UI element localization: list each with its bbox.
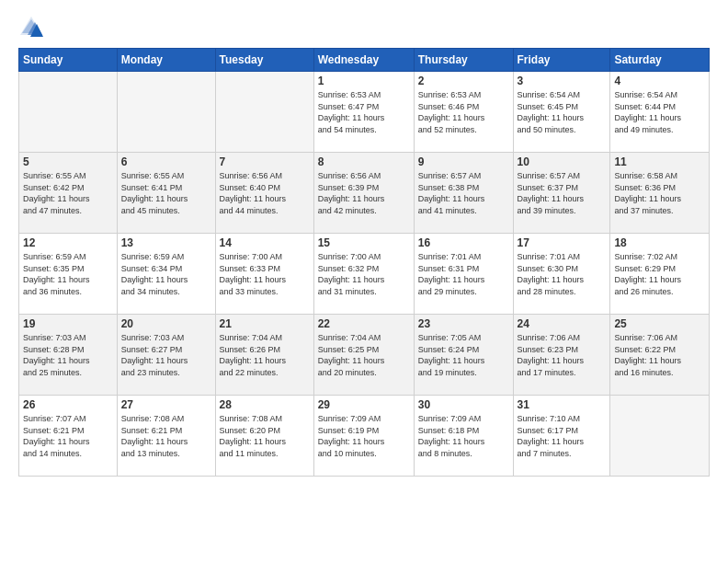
day-info: Sunrise: 6:59 AM Sunset: 6:35 PM Dayligh…: [23, 251, 113, 297]
calendar-day-cell: 19Sunrise: 7:03 AM Sunset: 6:28 PM Dayli…: [19, 315, 118, 396]
day-info: Sunrise: 7:06 AM Sunset: 6:23 PM Dayligh…: [518, 332, 607, 378]
calendar-day-cell: 21Sunrise: 7:04 AM Sunset: 6:26 PM Dayli…: [215, 315, 313, 396]
weekday-header-row: SundayMondayTuesdayWednesdayThursdayFrid…: [19, 49, 710, 72]
day-info: Sunrise: 7:09 AM Sunset: 6:18 PM Dayligh…: [418, 413, 509, 459]
calendar-day-cell: 4Sunrise: 6:54 AM Sunset: 6:44 PM Daylig…: [610, 72, 710, 153]
day-number: 18: [614, 236, 705, 249]
page: SundayMondayTuesdayWednesdayThursdayFrid…: [0, 0, 728, 563]
calendar-week-row: 1Sunrise: 6:53 AM Sunset: 6:47 PM Daylig…: [19, 72, 710, 153]
calendar-day-cell: 28Sunrise: 7:08 AM Sunset: 6:20 PM Dayli…: [215, 396, 313, 477]
calendar-day-cell: 1Sunrise: 6:53 AM Sunset: 6:47 PM Daylig…: [313, 72, 414, 153]
day-info: Sunrise: 6:55 AM Sunset: 6:41 PM Dayligh…: [121, 170, 211, 216]
day-number: 6: [121, 155, 211, 168]
calendar: SundayMondayTuesdayWednesdayThursdayFrid…: [18, 48, 710, 477]
day-number: 3: [518, 75, 607, 87]
calendar-week-row: 26Sunrise: 7:07 AM Sunset: 6:21 PM Dayli…: [19, 396, 710, 477]
calendar-day-cell: 30Sunrise: 7:09 AM Sunset: 6:18 PM Dayli…: [414, 396, 513, 477]
day-info: Sunrise: 7:08 AM Sunset: 6:21 PM Dayligh…: [121, 413, 211, 459]
day-info: Sunrise: 7:00 AM Sunset: 6:32 PM Dayligh…: [318, 251, 410, 297]
day-info: Sunrise: 7:05 AM Sunset: 6:24 PM Dayligh…: [418, 332, 509, 378]
day-number: 23: [418, 317, 509, 330]
day-number: 2: [418, 75, 509, 87]
day-number: 11: [614, 155, 705, 168]
weekday-header: Thursday: [414, 49, 513, 72]
day-number: 22: [318, 317, 410, 330]
day-number: 28: [220, 398, 310, 411]
calendar-day-cell: 12Sunrise: 6:59 AM Sunset: 6:35 PM Dayli…: [19, 234, 118, 315]
day-info: Sunrise: 6:53 AM Sunset: 6:47 PM Dayligh…: [318, 89, 410, 135]
calendar-day-cell: 29Sunrise: 7:09 AM Sunset: 6:19 PM Dayli…: [313, 396, 414, 477]
day-number: 31: [518, 398, 607, 411]
calendar-day-cell: [610, 396, 710, 477]
day-info: Sunrise: 6:59 AM Sunset: 6:34 PM Dayligh…: [121, 251, 211, 297]
calendar-day-cell: 27Sunrise: 7:08 AM Sunset: 6:21 PM Dayli…: [117, 396, 215, 477]
day-info: Sunrise: 7:06 AM Sunset: 6:22 PM Dayligh…: [614, 332, 705, 378]
day-info: Sunrise: 7:10 AM Sunset: 6:17 PM Dayligh…: [518, 413, 607, 459]
calendar-day-cell: 20Sunrise: 7:03 AM Sunset: 6:27 PM Dayli…: [117, 315, 215, 396]
day-number: 9: [418, 155, 509, 168]
day-number: 27: [121, 398, 211, 411]
day-number: 30: [418, 398, 509, 411]
day-number: 4: [614, 75, 705, 87]
day-info: Sunrise: 7:04 AM Sunset: 6:26 PM Dayligh…: [220, 332, 310, 378]
day-info: Sunrise: 6:54 AM Sunset: 6:45 PM Dayligh…: [518, 89, 607, 135]
day-info: Sunrise: 6:54 AM Sunset: 6:44 PM Dayligh…: [614, 89, 705, 135]
day-info: Sunrise: 6:58 AM Sunset: 6:36 PM Dayligh…: [614, 170, 705, 216]
calendar-week-row: 12Sunrise: 6:59 AM Sunset: 6:35 PM Dayli…: [19, 234, 710, 315]
day-number: 5: [23, 155, 113, 168]
day-info: Sunrise: 7:08 AM Sunset: 6:20 PM Dayligh…: [220, 413, 310, 459]
day-number: 7: [220, 155, 310, 168]
calendar-week-row: 19Sunrise: 7:03 AM Sunset: 6:28 PM Dayli…: [19, 315, 710, 396]
calendar-day-cell: 11Sunrise: 6:58 AM Sunset: 6:36 PM Dayli…: [610, 153, 710, 234]
day-number: 8: [318, 155, 410, 168]
header: [18, 15, 710, 40]
calendar-day-cell: 17Sunrise: 7:01 AM Sunset: 6:30 PM Dayli…: [513, 234, 610, 315]
day-info: Sunrise: 7:03 AM Sunset: 6:27 PM Dayligh…: [121, 332, 211, 378]
day-info: Sunrise: 6:57 AM Sunset: 6:37 PM Dayligh…: [518, 170, 607, 216]
day-number: 1: [318, 75, 410, 87]
weekday-header: Sunday: [19, 49, 118, 72]
day-number: 17: [518, 236, 607, 249]
day-number: 13: [121, 236, 211, 249]
calendar-day-cell: 5Sunrise: 6:55 AM Sunset: 6:42 PM Daylig…: [19, 153, 118, 234]
day-info: Sunrise: 7:01 AM Sunset: 6:30 PM Dayligh…: [518, 251, 607, 297]
calendar-day-cell: 2Sunrise: 6:53 AM Sunset: 6:46 PM Daylig…: [414, 72, 513, 153]
calendar-week-row: 5Sunrise: 6:55 AM Sunset: 6:42 PM Daylig…: [19, 153, 710, 234]
day-info: Sunrise: 7:03 AM Sunset: 6:28 PM Dayligh…: [23, 332, 113, 378]
day-info: Sunrise: 7:07 AM Sunset: 6:21 PM Dayligh…: [23, 413, 113, 459]
calendar-day-cell: 3Sunrise: 6:54 AM Sunset: 6:45 PM Daylig…: [513, 72, 610, 153]
calendar-day-cell: 10Sunrise: 6:57 AM Sunset: 6:37 PM Dayli…: [513, 153, 610, 234]
day-info: Sunrise: 7:04 AM Sunset: 6:25 PM Dayligh…: [318, 332, 410, 378]
weekday-header: Monday: [117, 49, 215, 72]
calendar-day-cell: 14Sunrise: 7:00 AM Sunset: 6:33 PM Dayli…: [215, 234, 313, 315]
day-info: Sunrise: 7:00 AM Sunset: 6:33 PM Dayligh…: [220, 251, 310, 297]
calendar-day-cell: 26Sunrise: 7:07 AM Sunset: 6:21 PM Dayli…: [19, 396, 118, 477]
calendar-day-cell: 23Sunrise: 7:05 AM Sunset: 6:24 PM Dayli…: [414, 315, 513, 396]
logo-icon: [18, 15, 44, 40]
calendar-day-cell: 15Sunrise: 7:00 AM Sunset: 6:32 PM Dayli…: [313, 234, 414, 315]
day-number: 19: [23, 317, 113, 330]
calendar-day-cell: 16Sunrise: 7:01 AM Sunset: 6:31 PM Dayli…: [414, 234, 513, 315]
day-number: 25: [614, 317, 705, 330]
day-number: 16: [418, 236, 509, 249]
day-number: 21: [220, 317, 310, 330]
weekday-header: Wednesday: [313, 49, 414, 72]
day-info: Sunrise: 6:56 AM Sunset: 6:40 PM Dayligh…: [220, 170, 310, 216]
calendar-day-cell: [19, 72, 118, 153]
weekday-header: Tuesday: [215, 49, 313, 72]
day-number: 12: [23, 236, 113, 249]
day-number: 14: [220, 236, 310, 249]
weekday-header: Saturday: [610, 49, 710, 72]
day-number: 29: [318, 398, 410, 411]
day-info: Sunrise: 6:56 AM Sunset: 6:39 PM Dayligh…: [318, 170, 410, 216]
calendar-day-cell: 7Sunrise: 6:56 AM Sunset: 6:40 PM Daylig…: [215, 153, 313, 234]
day-number: 26: [23, 398, 113, 411]
calendar-day-cell: 8Sunrise: 6:56 AM Sunset: 6:39 PM Daylig…: [313, 153, 414, 234]
day-info: Sunrise: 7:01 AM Sunset: 6:31 PM Dayligh…: [418, 251, 509, 297]
day-info: Sunrise: 6:57 AM Sunset: 6:38 PM Dayligh…: [418, 170, 509, 216]
day-info: Sunrise: 7:09 AM Sunset: 6:19 PM Dayligh…: [318, 413, 410, 459]
calendar-day-cell: 24Sunrise: 7:06 AM Sunset: 6:23 PM Dayli…: [513, 315, 610, 396]
logo: [18, 15, 46, 40]
day-number: 24: [518, 317, 607, 330]
calendar-day-cell: 9Sunrise: 6:57 AM Sunset: 6:38 PM Daylig…: [414, 153, 513, 234]
